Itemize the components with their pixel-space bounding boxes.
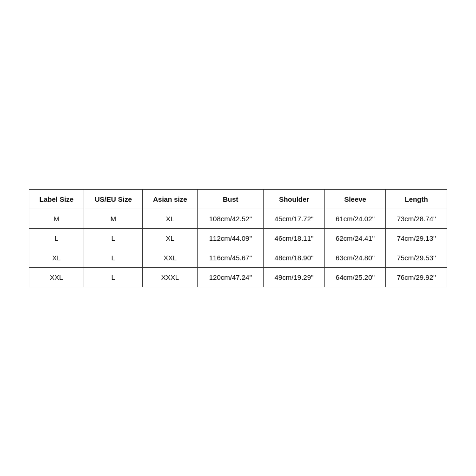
- cell-bust: 108cm/42.52'': [198, 209, 264, 228]
- cell-length: 75cm/29.53'': [386, 248, 447, 267]
- cell-label_size: XL: [29, 248, 84, 267]
- col-header-sleeve: Sleeve: [324, 189, 386, 209]
- cell-us_eu_size: M: [84, 209, 143, 228]
- table-row: XLLXXL116cm/45.67''48cm/18.90''63cm/24.8…: [29, 248, 447, 267]
- cell-sleeve: 61cm/24.02'': [324, 209, 386, 228]
- cell-us_eu_size: L: [84, 228, 143, 248]
- cell-shoulder: 46cm/18.11'': [264, 228, 325, 248]
- cell-length: 76cm/29.92'': [386, 267, 447, 287]
- cell-sleeve: 62cm/24.41'': [324, 228, 386, 248]
- cell-asian_size: XXL: [143, 248, 198, 267]
- cell-asian_size: XL: [143, 209, 198, 228]
- col-header-us-eu-size: US/EU Size: [84, 189, 143, 209]
- cell-length: 74cm/29.13'': [386, 228, 447, 248]
- cell-us_eu_size: L: [84, 248, 143, 267]
- cell-label_size: XXL: [29, 267, 84, 287]
- col-header-bust: Bust: [198, 189, 264, 209]
- cell-label_size: M: [29, 209, 84, 228]
- cell-bust: 112cm/44.09'': [198, 228, 264, 248]
- cell-sleeve: 63cm/24.80'': [324, 248, 386, 267]
- table-row: LLXL112cm/44.09''46cm/18.11''62cm/24.41'…: [29, 228, 447, 248]
- cell-asian_size: XL: [143, 228, 198, 248]
- cell-asian_size: XXXL: [143, 267, 198, 287]
- col-header-label-size: Label Size: [29, 189, 84, 209]
- cell-bust: 120cm/47.24'': [198, 267, 264, 287]
- cell-sleeve: 64cm/25.20'': [324, 267, 386, 287]
- size-chart-table: Label Size US/EU Size Asian size Bust Sh…: [29, 189, 447, 287]
- cell-length: 73cm/28.74'': [386, 209, 447, 228]
- cell-shoulder: 49cm/19.29'': [264, 267, 325, 287]
- cell-shoulder: 48cm/18.90'': [264, 248, 325, 267]
- col-header-asian-size: Asian size: [143, 189, 198, 209]
- table-row: XXLLXXXL120cm/47.24''49cm/19.29''64cm/25…: [29, 267, 447, 287]
- size-chart-container: Label Size US/EU Size Asian size Bust Sh…: [29, 189, 447, 287]
- col-header-shoulder: Shoulder: [264, 189, 325, 209]
- col-header-length: Length: [386, 189, 447, 209]
- table-row: MMXL108cm/42.52''45cm/17.72''61cm/24.02'…: [29, 209, 447, 228]
- cell-label_size: L: [29, 228, 84, 248]
- table-header-row: Label Size US/EU Size Asian size Bust Sh…: [29, 189, 447, 209]
- cell-bust: 116cm/45.67'': [198, 248, 264, 267]
- cell-shoulder: 45cm/17.72'': [264, 209, 325, 228]
- cell-us_eu_size: L: [84, 267, 143, 287]
